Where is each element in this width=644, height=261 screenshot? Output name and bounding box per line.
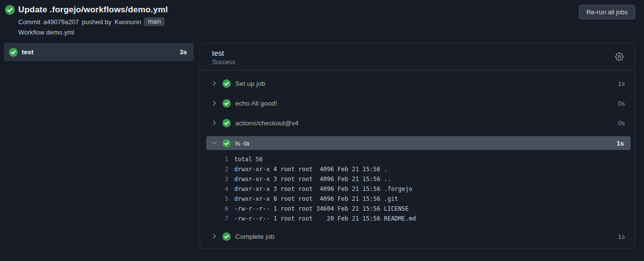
- step-name: Set up job: [235, 80, 613, 87]
- step-duration: 1s: [617, 140, 624, 147]
- sidebar-job-test[interactable]: test 3s: [4, 43, 194, 61]
- chevron-right-icon: [211, 100, 218, 107]
- log-line: 6 -rw-r--r-- 1 root root 34604 Feb 21 15…: [200, 204, 635, 214]
- step-row-ls-la[interactable]: ls -la 1s: [206, 136, 631, 150]
- step-duration: 0s: [618, 119, 625, 127]
- commit-prefix: Commit: [18, 18, 40, 26]
- job-panel-header: test Success: [200, 43, 635, 71]
- commit-middle: pushed by: [82, 18, 111, 26]
- log-line-text: drwxr-xr-x 3 root root 4096 Feb 21 15:56…: [228, 184, 412, 194]
- log-line-number[interactable]: 6: [200, 204, 228, 214]
- log-line-number[interactable]: 1: [200, 154, 228, 164]
- commit-user-link[interactable]: Kwonunn: [114, 18, 141, 26]
- log-line-number[interactable]: 4: [200, 184, 228, 194]
- jobs-sidebar: test 3s: [4, 43, 194, 61]
- step-duration: 1s: [618, 233, 625, 240]
- step-success-icon: [222, 79, 231, 88]
- chevron-right-icon: [211, 80, 218, 87]
- run-header: Update .forgejo/workflows/demo.yml Commi…: [0, 0, 644, 36]
- step-success-icon: [222, 139, 231, 148]
- rerun-all-jobs-button[interactable]: Re-run all jobs: [579, 5, 635, 19]
- step-success-icon: [222, 232, 231, 241]
- step-log-output: 1 total 56 2 drwxr-xr-x 4 root root 4096…: [200, 150, 635, 226]
- workflow-line: Workflow demo.yml: [18, 29, 579, 36]
- log-line: 2 drwxr-xr-x 4 root root 4096 Feb 21 15:…: [200, 164, 635, 174]
- branch-badge[interactable]: main: [144, 17, 165, 26]
- log-line: 7 -rw-r--r-- 1 root root 20 Feb 21 15:56…: [200, 214, 635, 224]
- run-title: Update .forgejo/workflows/demo.yml: [18, 5, 168, 15]
- step-success-icon: [222, 119, 231, 127]
- log-line-text: drwxr-xr-x 4 root root 4096 Feb 21 15:56…: [228, 164, 388, 174]
- step-success-icon: [222, 99, 231, 108]
- step-name: echo All good!: [235, 100, 613, 107]
- run-success-icon: [5, 5, 15, 15]
- step-row-checkout[interactable]: actions/checkout@v4 0s: [200, 113, 635, 133]
- step-duration: 1s: [618, 80, 625, 87]
- job-panel-title: test: [212, 49, 615, 57]
- log-line-text: total 56: [228, 154, 263, 164]
- step-name: actions/checkout@v4: [235, 119, 613, 127]
- step-name: Complete job: [235, 233, 613, 240]
- log-line: 4 drwxr-xr-x 3 root root 4096 Feb 21 15:…: [200, 184, 635, 194]
- log-line-text: drwxr-xr-x 3 root root 4096 Feb 21 15:56…: [228, 174, 391, 184]
- commit-sha-link[interactable]: a49079a207: [43, 18, 79, 26]
- job-name: test: [22, 48, 176, 56]
- job-success-icon: [9, 48, 18, 57]
- log-line-text: -rw-r--r-- 1 root root 34604 Feb 21 15:5…: [228, 204, 409, 214]
- log-line: 3 drwxr-xr-x 3 root root 4096 Feb 21 15:…: [200, 174, 635, 184]
- step-row-echo[interactable]: echo All good! 0s: [200, 93, 635, 113]
- gear-icon[interactable]: [615, 52, 625, 62]
- chevron-down-icon: [211, 140, 218, 147]
- job-duration: 3s: [180, 48, 187, 56]
- steps-list: Set up job 1s echo All good! 0s actions/…: [200, 71, 635, 246]
- step-row-complete-job[interactable]: Complete job 1s: [200, 226, 635, 246]
- commit-line: Commit a49079a207 pushed by Kwonunn main: [18, 17, 579, 26]
- log-line: 1 total 56: [200, 154, 635, 164]
- log-line-number[interactable]: 5: [200, 194, 228, 204]
- log-line-number[interactable]: 3: [200, 174, 228, 184]
- log-line-text: drwxr-xr-x 8 root root 4096 Feb 21 15:56…: [228, 194, 398, 204]
- run-header-info: Update .forgejo/workflows/demo.yml Commi…: [5, 5, 579, 36]
- log-line: 5 drwxr-xr-x 8 root root 4096 Feb 21 15:…: [200, 194, 635, 204]
- chevron-right-icon: [211, 233, 218, 240]
- chevron-right-icon: [211, 119, 218, 126]
- job-panel: test Success Set up job 1s echo All g: [200, 43, 635, 249]
- job-status-text: Success: [212, 59, 615, 66]
- step-row-setup-job[interactable]: Set up job 1s: [200, 74, 635, 93]
- content: test 3s test Success Set up job 1s: [0, 43, 644, 249]
- step-duration: 0s: [618, 100, 625, 107]
- log-line-number[interactable]: 7: [200, 214, 228, 224]
- step-name: ls -la: [235, 140, 612, 147]
- log-line-text: -rw-r--r-- 1 root root 20 Feb 21 15:56 R…: [228, 214, 416, 224]
- log-line-number[interactable]: 2: [200, 164, 228, 174]
